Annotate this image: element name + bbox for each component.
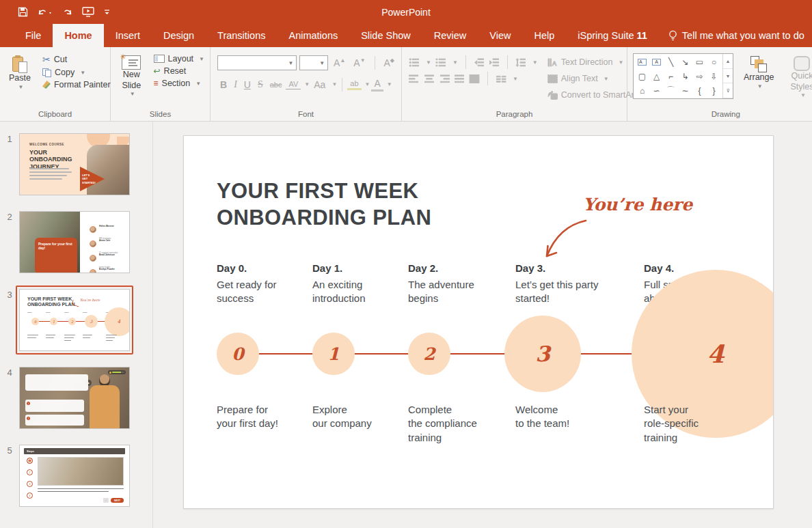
day-0-caption[interactable]: Prepare foryour first day! (217, 403, 319, 431)
elbow-arrow-connector-icon[interactable]: ↳ (678, 69, 692, 83)
text-box-icon[interactable]: A (635, 55, 649, 69)
decrease-indent-icon[interactable] (474, 58, 485, 67)
ribbon-group-slides: ✳ New Slide ▼ Layout▼ ↩Reset ≡Section▼ S… (111, 47, 211, 121)
day-2-header[interactable]: Day 2. The adventurebegins (408, 262, 511, 306)
font-name-combobox[interactable]: ▼ (217, 55, 297, 70)
gallery-more-icon[interactable]: ⊽ (723, 83, 733, 98)
section-icon: ≡ (154, 79, 159, 88)
bold-button[interactable]: B (217, 79, 230, 91)
shrink-font-button[interactable]: A▼ (351, 57, 368, 69)
slide-thumbnail-4[interactable]: ▶ 1 2 (19, 367, 130, 429)
day-4-caption[interactable]: Start yourrole-specifictraining (644, 403, 746, 445)
text-shadow-button[interactable]: S (255, 79, 266, 91)
copy-button[interactable]: Copy▼ (40, 66, 113, 79)
day-3-caption[interactable]: Welcometo the team! (515, 403, 618, 431)
slide-canvas[interactable]: YOUR FIRST WEEKONBOARDING PLAN You’re he… (183, 135, 774, 509)
paste-dropdown-icon[interactable]: ▼ (18, 84, 24, 91)
grow-font-button[interactable]: A▲ (331, 57, 348, 69)
section-button[interactable]: ≡Section▼ (151, 77, 207, 89)
tab-file[interactable]: File (14, 24, 53, 47)
tab-ispring-suite[interactable]: iSpring Suite 11 (566, 24, 659, 47)
change-case-button[interactable]: Aa (311, 79, 328, 91)
tab-review[interactable]: Review (422, 24, 478, 47)
gallery-scroll-up-icon[interactable]: ▲ (723, 54, 733, 69)
timeline-circle-1[interactable]: 1 (312, 333, 355, 375)
rounded-rectangle-icon[interactable]: ▢ (635, 69, 649, 83)
new-slide-button[interactable]: ✳ New Slide ▼ (116, 53, 147, 100)
oval-icon[interactable]: ○ (707, 55, 721, 69)
triangle-icon[interactable]: △ (649, 69, 664, 83)
group-label-paragraph: Paragraph (402, 110, 627, 118)
slide-thumbnail-panel: 1 WELCOME COURSE YOUR ONBOARDING JOURNEY… (0, 122, 153, 528)
day-1-caption[interactable]: Exploreour company (312, 403, 415, 431)
left-brace-icon[interactable]: { (692, 83, 707, 98)
tell-me-box[interactable]: Tell me what you want to do (668, 24, 804, 47)
font-color-button[interactable]: A (371, 77, 383, 92)
cut-button[interactable]: ✂Cut (40, 53, 113, 66)
columns-icon[interactable] (469, 74, 480, 83)
layout-button[interactable]: Layout▼ (151, 53, 207, 65)
menu-bar: File Home Insert Design Transitions Anim… (0, 24, 812, 47)
right-block-arrow-icon[interactable]: ⇨ (692, 69, 707, 83)
tab-help[interactable]: Help (522, 24, 566, 47)
arrange-button[interactable]: Arrange ▼ (740, 53, 777, 93)
align-center-icon[interactable] (424, 74, 435, 83)
italic-button[interactable]: I (231, 79, 240, 91)
line-spacing-icon[interactable] (515, 58, 526, 67)
justify-icon[interactable] (454, 74, 465, 83)
elbow-connector-icon[interactable]: ⌐ (664, 69, 678, 83)
tab-design[interactable]: Design (152, 24, 206, 47)
shapes-gallery-scrollbar[interactable]: ▲ ▼ ⊽ (722, 54, 733, 98)
timeline-circle-3[interactable]: 3 (504, 316, 581, 392)
align-left-icon[interactable] (409, 74, 420, 83)
tab-slide-show[interactable]: Slide Show (349, 24, 422, 47)
strikethrough-button[interactable]: abc (267, 80, 285, 89)
tab-animations[interactable]: Animations (277, 24, 349, 47)
scribble-icon[interactable]: ∽ (649, 83, 664, 98)
down-block-arrow-icon[interactable]: ⇩ (707, 69, 721, 83)
curve-icon[interactable]: ∼ (678, 83, 692, 98)
tab-transitions[interactable]: Transitions (206, 24, 277, 47)
slide-number: 1 (0, 133, 19, 195)
character-spacing-button[interactable]: AV (286, 79, 301, 89)
quick-styles-button[interactable]: Quick Styles ▼ (784, 53, 812, 102)
freeform-icon[interactable]: ⌂ (635, 83, 649, 98)
increase-indent-icon[interactable] (489, 58, 500, 67)
reset-button[interactable]: ↩Reset (151, 65, 207, 77)
tab-insert[interactable]: Insert (104, 24, 152, 47)
slide-thumbnail-1[interactable]: WELCOME COURSE YOUR ONBOARDING JOURNEY L… (19, 133, 130, 195)
youre-here-annotation[interactable]: You’re here (583, 195, 692, 214)
underline-button[interactable]: U (241, 79, 254, 91)
numbering-icon[interactable] (435, 58, 446, 67)
slide-thumbnail-3[interactable]: YOUR FIRST WEEKONBOARDING PLAN You’re he… (19, 289, 130, 351)
align-right-icon[interactable] (439, 74, 450, 83)
timeline-circle-0[interactable]: 0 (217, 333, 259, 375)
highlight-color-button[interactable]: ab (347, 79, 361, 90)
day-3-header[interactable]: Day 3. Let’s get this partystarted! (515, 262, 618, 306)
format-painter-button[interactable]: Format Painter (40, 79, 113, 91)
quick-styles-icon (794, 56, 810, 71)
paste-button[interactable]: Paste ▼ (5, 53, 34, 94)
slide-thumbnail-2[interactable]: Prepare for your first day! Helen Bennet… (19, 211, 130, 273)
rectangle-icon[interactable]: ▭ (692, 55, 707, 69)
line-icon[interactable]: ╲ (664, 55, 678, 69)
gallery-scroll-down-icon[interactable]: ▼ (723, 69, 733, 84)
slide-thumbnail-5[interactable]: Steps 1 2 3 4 ‹ NEXT (19, 445, 130, 507)
vertical-text-box-icon[interactable]: A (649, 55, 664, 69)
day-1-header[interactable]: Day 1. An excitingintroduction (312, 262, 415, 306)
tab-view[interactable]: View (478, 24, 522, 47)
right-brace-icon[interactable]: } (707, 83, 721, 98)
add-or-remove-columns-icon[interactable] (496, 74, 506, 83)
clear-formatting-button[interactable]: A◆ (381, 57, 398, 69)
arrow-icon[interactable]: ↘ (678, 55, 692, 69)
day-2-caption[interactable]: Completethe compliancetraining (408, 403, 511, 445)
slide-title[interactable]: YOUR FIRST WEEKONBOARDING PLAN (217, 178, 431, 232)
tab-home[interactable]: Home (53, 24, 103, 47)
timeline-circle-2[interactable]: 2 (408, 333, 450, 375)
bullets-icon[interactable] (409, 58, 420, 67)
selected-slide-highlight: YOUR FIRST WEEKONBOARDING PLAN You’re he… (16, 286, 133, 355)
day-0-header[interactable]: Day 0. Get ready forsuccess (217, 262, 319, 306)
font-size-combobox[interactable]: ▼ (299, 55, 328, 70)
thumbnail-photo (87, 145, 129, 195)
arc-icon[interactable]: ⌒ (664, 83, 678, 98)
